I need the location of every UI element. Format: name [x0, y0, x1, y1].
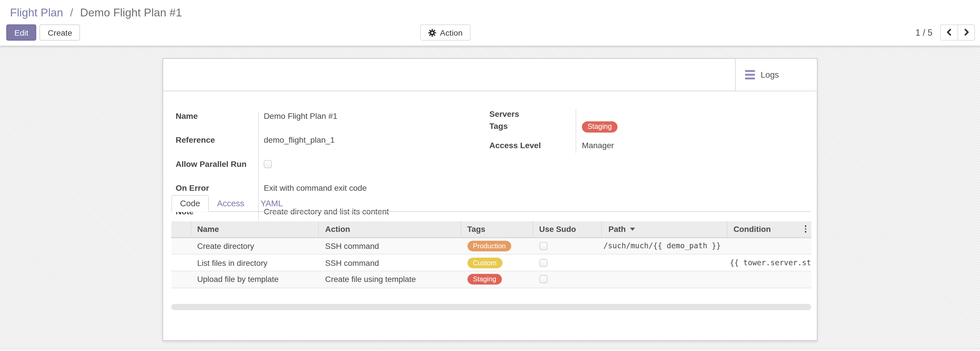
table-row-upload-file[interactable]: Upload file by template Create file usin… — [171, 271, 811, 288]
cell-path — [602, 255, 727, 271]
breadcrumb-separator: / — [70, 6, 73, 19]
tab-code[interactable]: Code — [171, 195, 209, 212]
pager-next-button[interactable] — [958, 24, 975, 41]
column-header-path-label: Path — [608, 224, 626, 234]
edit-button[interactable]: Edit — [6, 24, 37, 41]
cell-tags: Production — [461, 238, 533, 254]
field-servers-label: Servers — [489, 109, 576, 119]
column-handle — [171, 221, 191, 236]
tab-access[interactable]: Access — [209, 195, 253, 212]
sort-caret-down-icon — [630, 228, 635, 231]
logs-list-icon — [745, 70, 755, 80]
label-separator-line — [258, 111, 259, 231]
field-on-error-label: On Error — [176, 183, 258, 193]
cell-name: Create directory — [191, 238, 319, 254]
cell-action: SSH command — [319, 238, 461, 254]
cell-handle — [171, 238, 191, 254]
table-row-list-files[interactable]: List files in directory SSH command Cust… — [171, 255, 811, 271]
optional-columns-icon[interactable] — [804, 224, 808, 234]
commands-table: Name Action Tags Use Sudo Path Condition — [171, 221, 811, 288]
gear-icon — [428, 29, 436, 37]
column-header-condition-label: Condition — [733, 224, 771, 234]
cell-condition: {{ tower.server.sta — [727, 255, 811, 271]
cell-tags: Custom — [461, 255, 533, 271]
cell-handle — [171, 255, 191, 271]
label-separator-line — [576, 109, 576, 153]
field-name: Name Demo Flight Plan #1 — [176, 111, 438, 135]
horizontal-scrollbar[interactable] — [171, 304, 811, 310]
field-servers: Servers — [489, 109, 752, 121]
tab-yaml[interactable]: YAML — [253, 195, 291, 212]
control-panel: Flight Plan / Demo Flight Plan #1 Edit C… — [0, 0, 980, 46]
column-header-use-sudo[interactable]: Use Sudo — [533, 221, 602, 236]
cell-name: List files in directory — [191, 255, 319, 271]
action-button-label: Action — [440, 28, 463, 37]
field-on-error-value: Exit with command exit code — [258, 183, 367, 193]
app-root: Flight Plan / Demo Flight Plan #1 Edit C… — [0, 0, 980, 351]
cell-path — [602, 271, 727, 287]
use-sudo-checkbox[interactable] — [539, 275, 547, 283]
form-group-left: Name Demo Flight Plan #1 Reference demo_… — [176, 111, 438, 231]
pager-buttons — [940, 24, 975, 41]
cell-use-sudo — [533, 255, 602, 271]
pager: 1 / 5 — [916, 24, 975, 41]
cell-use-sudo — [533, 271, 602, 287]
field-tags-label: Tags — [489, 121, 576, 131]
field-allow-parallel-run-label: Allow Parallel Run — [176, 159, 258, 169]
field-access-level: Access Level Manager — [489, 141, 752, 153]
use-sudo-checkbox[interactable] — [539, 258, 547, 267]
action-button[interactable]: Action — [420, 24, 471, 41]
card-button-box: Logs — [163, 59, 817, 91]
column-header-name[interactable]: Name — [191, 221, 319, 236]
tag-badge-staging-row: Staging — [467, 274, 502, 285]
column-header-path[interactable]: Path — [602, 221, 727, 236]
field-reference-label: Reference — [176, 135, 258, 145]
pager-previous-button[interactable] — [940, 24, 958, 41]
logs-button[interactable]: Logs — [735, 59, 817, 91]
bottom-strip — [0, 348, 980, 351]
record-card: Logs Name Demo Flight Plan #1 Reference … — [162, 58, 818, 341]
field-allow-parallel-run: Allow Parallel Run — [176, 159, 438, 183]
cell-use-sudo — [533, 238, 602, 254]
field-name-label: Name — [176, 111, 258, 121]
edit-create-buttons: Edit Create — [6, 24, 80, 41]
breadcrumb-flight-plan-link[interactable]: Flight Plan — [10, 6, 63, 19]
form-sheet: Name Demo Flight Plan #1 Reference demo_… — [163, 91, 817, 340]
cell-name: Upload file by template — [191, 271, 319, 287]
cell-path: /such/much/{{ demo_path }} — [602, 238, 727, 254]
chevron-right-icon — [963, 28, 970, 37]
tag-badge-custom: Custom — [467, 257, 503, 268]
column-header-action[interactable]: Action — [319, 221, 461, 236]
cell-action: SSH command — [319, 255, 461, 271]
create-button[interactable]: Create — [40, 24, 80, 41]
pager-value: 1 / 5 — [916, 28, 932, 38]
column-header-condition[interactable]: Condition — [727, 221, 811, 236]
breadcrumb: Flight Plan / Demo Flight Plan #1 — [10, 6, 182, 19]
cell-condition — [727, 271, 811, 287]
cell-handle — [171, 271, 191, 287]
field-access-level-value: Manager — [576, 141, 614, 150]
cell-action: Create file using template — [319, 271, 461, 287]
logs-button-label: Logs — [760, 70, 779, 80]
field-tags: Tags Staging — [489, 121, 752, 141]
cell-condition — [727, 238, 811, 254]
chevron-left-icon — [945, 28, 952, 37]
cell-tags: Staging — [461, 271, 533, 287]
table-row-create-directory[interactable]: Create directory SSH command Production … — [171, 238, 811, 255]
allow-parallel-run-checkbox[interactable] — [264, 160, 272, 168]
field-access-level-label: Access Level — [489, 141, 576, 150]
field-reference: Reference demo_flight_plan_1 — [176, 135, 438, 159]
form-group-right: Servers Tags Staging Access Level Manage… — [489, 109, 752, 153]
field-name-value: Demo Flight Plan #1 — [258, 111, 337, 121]
field-tags-value: Staging — [576, 121, 618, 132]
field-reference-value: demo_flight_plan_1 — [258, 135, 335, 145]
column-header-tags[interactable]: Tags — [461, 221, 533, 236]
use-sudo-checkbox[interactable] — [539, 242, 547, 250]
tag-badge-production: Production — [467, 241, 511, 252]
breadcrumb-current: Demo Flight Plan #1 — [80, 6, 182, 19]
table-header-row: Name Action Tags Use Sudo Path Condition — [171, 221, 811, 238]
notebook-tabs: Code Access YAML — [171, 195, 811, 212]
tag-badge-staging: Staging — [582, 121, 617, 132]
